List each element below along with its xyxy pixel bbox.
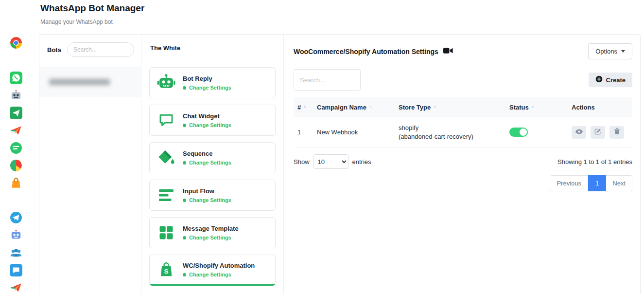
create-label: Create xyxy=(606,76,626,84)
pagination-page-1-button[interactable]: 1 xyxy=(588,175,606,191)
bots-label: Bots xyxy=(47,46,61,54)
sort-icon[interactable]: ↑↓ xyxy=(433,105,435,109)
whatsapp-bot-manager-page: WhatsApp Bot Manager Manage your WhatsAp… xyxy=(0,0,644,294)
chat-bubble-icon xyxy=(157,110,176,130)
col-header-campaign-name: Campaign Name xyxy=(317,104,366,111)
shopify-bag-icon: S xyxy=(157,260,176,279)
col-header-status: Status xyxy=(509,104,529,111)
status-toggle[interactable] xyxy=(509,128,528,137)
change-settings-link[interactable]: Change Settings xyxy=(189,197,231,203)
status-dot xyxy=(183,199,186,202)
paint-bucket-icon xyxy=(157,148,176,167)
row-store-type-line2: (abandoned-cart-recovery) xyxy=(399,132,473,141)
change-settings-link[interactable]: Change Settings xyxy=(189,160,231,165)
feature-label: Message Template xyxy=(183,225,239,232)
options-label: Options xyxy=(595,48,617,55)
robot-icon[interactable] xyxy=(10,89,22,102)
feature-label: Chat Widget xyxy=(183,112,231,120)
whatsapp-icon[interactable] xyxy=(10,72,22,84)
green-message-icon[interactable] xyxy=(10,142,22,154)
grid-icon xyxy=(157,223,176,242)
chrome-icon[interactable] xyxy=(10,37,22,49)
table-search-input[interactable] xyxy=(294,69,361,91)
feature-card-message-template[interactable]: Message Template Change Settings xyxy=(149,217,276,248)
pagination-previous-button[interactable]: Previous xyxy=(550,175,588,191)
bot-list-item-selected[interactable] xyxy=(39,67,141,97)
change-settings-link[interactable]: Change Settings xyxy=(189,122,231,128)
automation-settings-panel: WooCommerce/Shopify Automation Settings … xyxy=(284,35,640,294)
selected-bot-name: The White xyxy=(150,44,276,52)
feature-card-input-flow[interactable]: Input Flow Change Settings xyxy=(149,180,276,211)
col-header-store-type: Store Type xyxy=(399,104,431,111)
status-dot xyxy=(183,124,186,127)
status-dot xyxy=(183,86,186,90)
feature-card-bot-reply[interactable]: Bot Reply Change Settings xyxy=(149,67,276,98)
row-num: 1 xyxy=(294,122,313,142)
main-card: Bots The White xyxy=(39,34,641,294)
table-header-row: # ↑↓ Campaign Name ↑↓ Store Type ↑↓ Stat… xyxy=(294,97,632,117)
feature-label: Sequence xyxy=(183,150,231,157)
status-dot xyxy=(183,273,186,276)
pagination-next-button[interactable]: Next xyxy=(606,175,632,191)
feature-label: Input Flow xyxy=(183,187,231,195)
settings-title: WooCommerce/Shopify Automation Settings xyxy=(294,48,438,55)
feature-card-sequence[interactable]: Sequence Change Settings xyxy=(149,142,276,173)
delete-button[interactable] xyxy=(609,126,624,139)
plus-circle-icon xyxy=(595,75,603,84)
sort-icon[interactable]: ↑↓ xyxy=(303,105,306,109)
app-icon-rail xyxy=(0,0,32,294)
feature-label: Bot Reply xyxy=(183,75,231,82)
team-icon[interactable] xyxy=(10,246,22,259)
status-dot xyxy=(183,161,186,165)
feature-card-chat-widget[interactable]: Chat Widget Change Settings xyxy=(149,105,276,136)
blue-chat-icon[interactable] xyxy=(10,264,22,276)
entries-label: entries xyxy=(352,158,371,165)
bot-reply-robot-icon xyxy=(157,73,176,92)
edit-button[interactable] xyxy=(591,126,605,139)
change-settings-link[interactable]: Change Settings xyxy=(189,235,231,240)
bars-icon xyxy=(157,185,176,205)
blue-robot-icon[interactable] xyxy=(10,229,22,241)
bots-search-input[interactable] xyxy=(67,42,134,57)
options-button[interactable]: Options xyxy=(588,43,632,59)
show-label: Show xyxy=(294,158,310,165)
shopping-bag-icon[interactable] xyxy=(10,177,22,189)
campaigns-table: # ↑↓ Campaign Name ↑↓ Store Type ↑↓ Stat… xyxy=(294,97,632,147)
bot-name-blurred xyxy=(49,79,110,85)
colored-plane-2-icon[interactable] xyxy=(10,281,22,294)
sort-icon[interactable]: ↑↓ xyxy=(369,105,371,109)
feature-card-wc-shopify-automation[interactable]: S WC/Shopify Automation Change Settings xyxy=(149,255,276,286)
page-subtitle: Manage your WhatsApp bot xyxy=(40,18,113,25)
trash-icon xyxy=(613,128,621,137)
status-dot xyxy=(183,236,186,239)
col-header-actions: Actions xyxy=(572,104,595,111)
bots-panel: Bots xyxy=(39,35,141,294)
row-campaign-name: New Webhook xyxy=(313,122,395,142)
chevron-down-icon xyxy=(621,50,625,53)
entries-per-page-select[interactable]: 10 xyxy=(313,154,348,169)
colored-plane-icon[interactable] xyxy=(10,124,22,137)
change-settings-link[interactable]: Change Settings xyxy=(189,272,231,277)
table-row: 1 New Webhook shopify (abandoned-cart-re… xyxy=(294,117,632,147)
edit-icon xyxy=(594,128,602,137)
green-sender-icon[interactable] xyxy=(10,107,22,119)
change-settings-link[interactable]: Change Settings xyxy=(189,85,231,91)
telegram-icon[interactable] xyxy=(10,211,22,224)
video-camera-icon[interactable] xyxy=(443,47,453,55)
bot-feature-panel: The White xyxy=(141,35,284,294)
page-title: WhatsApp Bot Manager xyxy=(40,3,144,14)
showing-entries-text: Showing 1 to 1 of 1 entries xyxy=(557,158,632,165)
eye-icon xyxy=(575,128,583,137)
create-button[interactable]: Create xyxy=(589,73,632,87)
colorful-app-icon[interactable] xyxy=(10,159,22,172)
feature-label: WC/Shopify Automation xyxy=(183,262,255,269)
row-store-type-line1: shopify xyxy=(399,124,473,132)
view-button[interactable] xyxy=(572,126,586,139)
pagination: Previous 1 Next xyxy=(294,175,632,191)
sort-icon[interactable]: ↑↓ xyxy=(531,105,534,109)
col-header-num: # xyxy=(297,104,301,111)
svg-text:S: S xyxy=(164,268,168,275)
